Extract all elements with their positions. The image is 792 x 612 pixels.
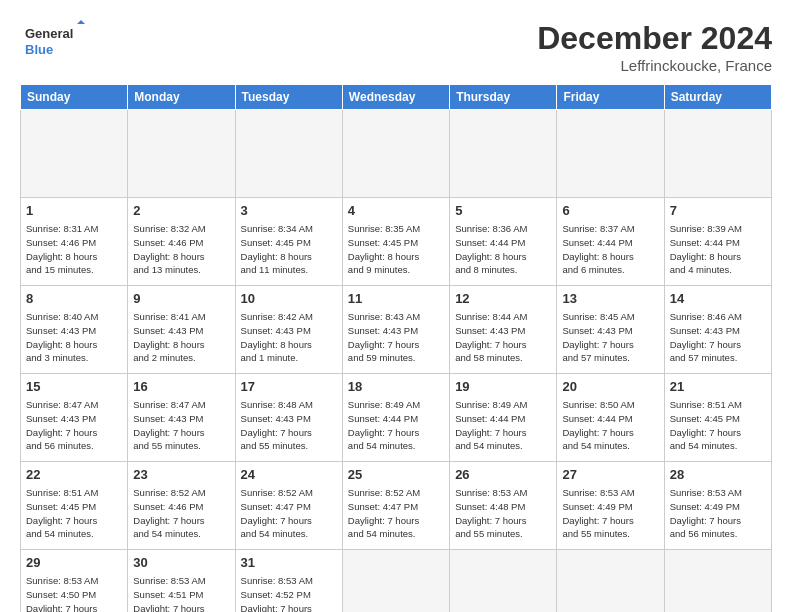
logo-icon: General Blue — [20, 20, 90, 60]
table-row: 10Sunrise: 8:42 AM Sunset: 4:43 PM Dayli… — [235, 286, 342, 374]
table-row — [450, 110, 557, 198]
header-monday: Monday — [128, 85, 235, 110]
calendar-week-row: 29Sunrise: 8:53 AM Sunset: 4:50 PM Dayli… — [21, 550, 772, 613]
table-row — [128, 110, 235, 198]
day-detail: Sunrise: 8:39 AM Sunset: 4:44 PM Dayligh… — [670, 222, 766, 277]
day-detail: Sunrise: 8:34 AM Sunset: 4:45 PM Dayligh… — [241, 222, 337, 277]
day-number: 28 — [670, 466, 766, 484]
page: General Blue December 2024 Leffrinckouck… — [0, 0, 792, 612]
table-row: 3Sunrise: 8:34 AM Sunset: 4:45 PM Daylig… — [235, 198, 342, 286]
header-tuesday: Tuesday — [235, 85, 342, 110]
table-row — [235, 110, 342, 198]
table-row — [664, 550, 771, 613]
day-number: 3 — [241, 202, 337, 220]
table-row: 26Sunrise: 8:53 AM Sunset: 4:48 PM Dayli… — [450, 462, 557, 550]
table-row: 16Sunrise: 8:47 AM Sunset: 4:43 PM Dayli… — [128, 374, 235, 462]
day-detail: Sunrise: 8:52 AM Sunset: 4:46 PM Dayligh… — [133, 486, 229, 541]
day-detail: Sunrise: 8:44 AM Sunset: 4:43 PM Dayligh… — [455, 310, 551, 365]
table-row: 6Sunrise: 8:37 AM Sunset: 4:44 PM Daylig… — [557, 198, 664, 286]
logo: General Blue — [20, 20, 90, 60]
day-number: 9 — [133, 290, 229, 308]
table-row — [664, 110, 771, 198]
table-row: 11Sunrise: 8:43 AM Sunset: 4:43 PM Dayli… — [342, 286, 449, 374]
header-sunday: Sunday — [21, 85, 128, 110]
day-number: 26 — [455, 466, 551, 484]
table-row: 25Sunrise: 8:52 AM Sunset: 4:47 PM Dayli… — [342, 462, 449, 550]
day-detail: Sunrise: 8:36 AM Sunset: 4:44 PM Dayligh… — [455, 222, 551, 277]
day-number: 12 — [455, 290, 551, 308]
table-row — [342, 110, 449, 198]
day-detail: Sunrise: 8:31 AM Sunset: 4:46 PM Dayligh… — [26, 222, 122, 277]
title-block: December 2024 Leffrinckoucke, France — [537, 20, 772, 74]
table-row: 24Sunrise: 8:52 AM Sunset: 4:47 PM Dayli… — [235, 462, 342, 550]
table-row: 30Sunrise: 8:53 AM Sunset: 4:51 PM Dayli… — [128, 550, 235, 613]
header-thursday: Thursday — [450, 85, 557, 110]
day-detail: Sunrise: 8:52 AM Sunset: 4:47 PM Dayligh… — [241, 486, 337, 541]
header-saturday: Saturday — [664, 85, 771, 110]
day-number: 18 — [348, 378, 444, 396]
day-number: 2 — [133, 202, 229, 220]
svg-marker-2 — [77, 20, 85, 24]
day-number: 24 — [241, 466, 337, 484]
table-row: 27Sunrise: 8:53 AM Sunset: 4:49 PM Dayli… — [557, 462, 664, 550]
day-detail: Sunrise: 8:49 AM Sunset: 4:44 PM Dayligh… — [455, 398, 551, 453]
day-number: 21 — [670, 378, 766, 396]
table-row: 14Sunrise: 8:46 AM Sunset: 4:43 PM Dayli… — [664, 286, 771, 374]
day-number: 20 — [562, 378, 658, 396]
day-detail: Sunrise: 8:53 AM Sunset: 4:51 PM Dayligh… — [133, 574, 229, 612]
weekday-header-row: Sunday Monday Tuesday Wednesday Thursday… — [21, 85, 772, 110]
day-detail: Sunrise: 8:53 AM Sunset: 4:49 PM Dayligh… — [670, 486, 766, 541]
table-row: 5Sunrise: 8:36 AM Sunset: 4:44 PM Daylig… — [450, 198, 557, 286]
day-detail: Sunrise: 8:47 AM Sunset: 4:43 PM Dayligh… — [133, 398, 229, 453]
day-detail: Sunrise: 8:41 AM Sunset: 4:43 PM Dayligh… — [133, 310, 229, 365]
day-detail: Sunrise: 8:35 AM Sunset: 4:45 PM Dayligh… — [348, 222, 444, 277]
day-number: 1 — [26, 202, 122, 220]
calendar-week-row: 15Sunrise: 8:47 AM Sunset: 4:43 PM Dayli… — [21, 374, 772, 462]
table-row — [557, 110, 664, 198]
calendar-week-row: 8Sunrise: 8:40 AM Sunset: 4:43 PM Daylig… — [21, 286, 772, 374]
calendar-week-row: 22Sunrise: 8:51 AM Sunset: 4:45 PM Dayli… — [21, 462, 772, 550]
day-number: 25 — [348, 466, 444, 484]
table-row: 29Sunrise: 8:53 AM Sunset: 4:50 PM Dayli… — [21, 550, 128, 613]
calendar-week-row — [21, 110, 772, 198]
day-number: 13 — [562, 290, 658, 308]
day-number: 29 — [26, 554, 122, 572]
header-wednesday: Wednesday — [342, 85, 449, 110]
day-detail: Sunrise: 8:46 AM Sunset: 4:43 PM Dayligh… — [670, 310, 766, 365]
table-row: 31Sunrise: 8:53 AM Sunset: 4:52 PM Dayli… — [235, 550, 342, 613]
day-detail: Sunrise: 8:37 AM Sunset: 4:44 PM Dayligh… — [562, 222, 658, 277]
day-detail: Sunrise: 8:45 AM Sunset: 4:43 PM Dayligh… — [562, 310, 658, 365]
day-detail: Sunrise: 8:52 AM Sunset: 4:47 PM Dayligh… — [348, 486, 444, 541]
table-row: 23Sunrise: 8:52 AM Sunset: 4:46 PM Dayli… — [128, 462, 235, 550]
table-row — [557, 550, 664, 613]
table-row: 17Sunrise: 8:48 AM Sunset: 4:43 PM Dayli… — [235, 374, 342, 462]
day-detail: Sunrise: 8:40 AM Sunset: 4:43 PM Dayligh… — [26, 310, 122, 365]
header: General Blue December 2024 Leffrinckouck… — [20, 20, 772, 74]
day-detail: Sunrise: 8:53 AM Sunset: 4:50 PM Dayligh… — [26, 574, 122, 612]
table-row: 18Sunrise: 8:49 AM Sunset: 4:44 PM Dayli… — [342, 374, 449, 462]
day-number: 5 — [455, 202, 551, 220]
location: Leffrinckoucke, France — [537, 57, 772, 74]
table-row — [450, 550, 557, 613]
day-number: 11 — [348, 290, 444, 308]
table-row: 9Sunrise: 8:41 AM Sunset: 4:43 PM Daylig… — [128, 286, 235, 374]
table-row: 28Sunrise: 8:53 AM Sunset: 4:49 PM Dayli… — [664, 462, 771, 550]
day-number: 23 — [133, 466, 229, 484]
day-detail: Sunrise: 8:43 AM Sunset: 4:43 PM Dayligh… — [348, 310, 444, 365]
day-number: 7 — [670, 202, 766, 220]
day-number: 30 — [133, 554, 229, 572]
day-number: 16 — [133, 378, 229, 396]
day-number: 22 — [26, 466, 122, 484]
month-title: December 2024 — [537, 20, 772, 57]
table-row: 15Sunrise: 8:47 AM Sunset: 4:43 PM Dayli… — [21, 374, 128, 462]
table-row: 4Sunrise: 8:35 AM Sunset: 4:45 PM Daylig… — [342, 198, 449, 286]
table-row: 20Sunrise: 8:50 AM Sunset: 4:44 PM Dayli… — [557, 374, 664, 462]
day-detail: Sunrise: 8:51 AM Sunset: 4:45 PM Dayligh… — [670, 398, 766, 453]
day-number: 10 — [241, 290, 337, 308]
day-number: 15 — [26, 378, 122, 396]
day-number: 14 — [670, 290, 766, 308]
table-row: 1Sunrise: 8:31 AM Sunset: 4:46 PM Daylig… — [21, 198, 128, 286]
day-number: 19 — [455, 378, 551, 396]
header-friday: Friday — [557, 85, 664, 110]
calendar-week-row: 1Sunrise: 8:31 AM Sunset: 4:46 PM Daylig… — [21, 198, 772, 286]
